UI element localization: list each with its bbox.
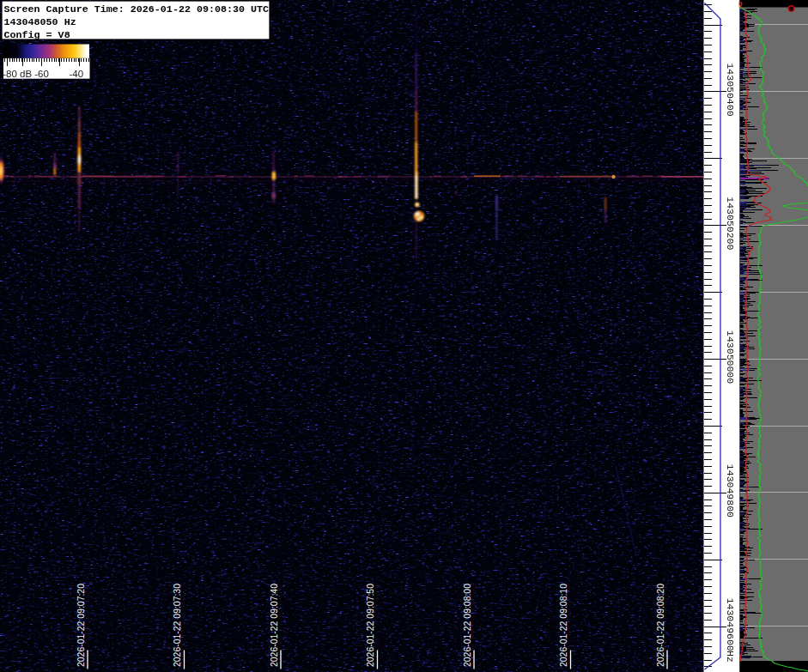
svg-text:143048050 Hz: 143048050 Hz <box>4 16 76 28</box>
svg-text:143050200: 143050200 <box>725 197 736 250</box>
svg-text:143049600: 143049600 <box>725 598 736 651</box>
svg-text:2026-01-22 09:07:50: 2026-01-22 09:07:50 <box>365 584 375 667</box>
svg-text:Config = V8: Config = V8 <box>4 29 70 41</box>
svg-text:143049800: 143049800 <box>725 464 736 518</box>
svg-text:2026-01-22 09:08:10: 2026-01-22 09:08:10 <box>558 584 568 667</box>
svg-text:Screen Capture Time: 2026-01-2: Screen Capture Time: 2026-01-22 09:08:30… <box>4 3 270 15</box>
svg-text:143050000: 143050000 <box>725 330 736 384</box>
svg-text:2026-01-22 09:08:00: 2026-01-22 09:08:00 <box>462 584 472 667</box>
svg-text:Hz: Hz <box>725 651 736 663</box>
svg-text:2026-01-22 09:07:20: 2026-01-22 09:07:20 <box>76 584 86 667</box>
svg-text:-80 dB -60: -80 dB -60 <box>3 69 49 79</box>
svg-text:2026-01-22 09:07:40: 2026-01-22 09:07:40 <box>269 584 279 667</box>
svg-text:2026-01-22 09:08:20: 2026-01-22 09:08:20 <box>655 584 665 667</box>
svg-text:2026-01-22 09:07:30: 2026-01-22 09:07:30 <box>172 584 182 667</box>
svg-text:-40: -40 <box>70 69 84 79</box>
svg-text:143050400: 143050400 <box>725 63 736 116</box>
